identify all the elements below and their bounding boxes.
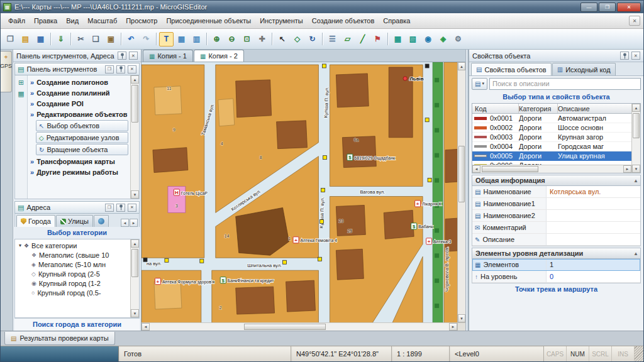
menu-item[interactable]: Просмотр	[121, 14, 162, 27]
address-panel-close-button[interactable]: ✕	[128, 204, 136, 212]
expander-icon[interactable]: ▾	[19, 243, 21, 248]
map-viewport[interactable]: Таманська вул.Котлярська вул.Куліша П. в…	[142, 62, 465, 331]
text-label-button[interactable]: T	[159, 32, 174, 47]
scroll-down-button[interactable]: ▼	[458, 314, 465, 322]
tab-streets[interactable]: Улицы	[56, 215, 93, 227]
world-map-button[interactable]: ◈	[436, 32, 450, 47]
section-general-info[interactable]: Общая информация ▴	[472, 175, 641, 186]
tools-panel-pin-button[interactable]	[116, 65, 125, 74]
field-value[interactable]: 1	[547, 261, 640, 268]
pan-button[interactable]: ✚	[255, 32, 269, 47]
tree-item[interactable]: ○Крупный город (0.5-	[15, 288, 130, 297]
column-header-2[interactable]: Описание	[558, 105, 631, 112]
scroll-thumb[interactable]	[131, 85, 138, 123]
properties-close-button[interactable]: ✕	[631, 52, 640, 60]
zoom-out-button[interactable]: ⊖	[225, 32, 239, 47]
map-check-results-tab[interactable]: ▤ Результаты проверки карты	[4, 332, 115, 345]
tab-source-code[interactable]: ▥Исходный код	[552, 63, 616, 75]
tree-item[interactable]: ❖Мегаполис (свыше 10	[15, 250, 130, 260]
field-row[interactable]: ↑На уровень0	[472, 271, 640, 283]
maximize-button[interactable]: ❐	[599, 3, 616, 12]
properties-pin-button[interactable]	[620, 52, 629, 60]
table-row[interactable]: 0x0002ДорогиШоссе основн	[472, 123, 631, 133]
minimize-button[interactable]: —	[580, 3, 597, 12]
object-type-link[interactable]: Выбор типа и свойств объекта	[469, 91, 643, 103]
tool-group[interactable]: »Создание полилиний	[28, 87, 130, 98]
menu-item[interactable]: Инструменты	[255, 14, 308, 27]
map-horizontal-scrollbar[interactable]: ◄►	[142, 322, 457, 331]
poi-tool-button[interactable]: ⚑	[370, 32, 385, 47]
vertex-handle[interactable]	[318, 257, 321, 261]
table-row[interactable]: 0x0004ДорогиГородская маг	[472, 142, 631, 151]
menu-item[interactable]: Вид	[62, 14, 83, 27]
vertex-handle[interactable]	[321, 189, 325, 192]
scroll-down-button[interactable]: ▼	[131, 190, 139, 199]
description-search-input[interactable]	[489, 78, 641, 90]
field-value[interactable]: 0	[547, 273, 640, 280]
column-header-0[interactable]: Код	[472, 104, 519, 113]
column-header-1[interactable]: Категория	[519, 104, 558, 113]
scroll-track[interactable]	[458, 70, 465, 314]
chart-button[interactable]: ▥	[189, 32, 204, 47]
menu-item[interactable]: Присоединенные объекты	[162, 14, 255, 27]
scroll-thumb[interactable]	[244, 324, 326, 330]
undo-button[interactable]: ↶	[124, 32, 138, 47]
poi-hotel[interactable]: НГотель ЦісаР	[174, 189, 208, 195]
scroll-up-button[interactable]: ▲	[131, 75, 139, 84]
cut-button[interactable]: ✂	[74, 32, 88, 47]
vertex-handle[interactable]	[425, 118, 429, 122]
paste-button[interactable]: ▣	[104, 32, 118, 47]
polyline-tool-button[interactable]: ╱	[355, 32, 370, 47]
select-objects-tool[interactable]: ↖Выбор объектов	[36, 120, 128, 131]
map-canvas-svg[interactable]: Таманська вул.Котлярська вул.Куліша П. в…	[142, 62, 465, 331]
scroll-up-button[interactable]: ▲	[632, 104, 640, 112]
vertex-handle[interactable]	[200, 259, 204, 263]
map-vertical-scrollbar[interactable]: ▲▼	[457, 62, 465, 322]
table-row[interactable]: 0x0001ДорогиАвтомагистрал	[472, 114, 631, 123]
tool-group[interactable]: »Создание полигонов	[28, 77, 130, 87]
open-folder-button[interactable]: ▤	[18, 32, 33, 47]
tab-object-properties[interactable]: ▤Свойства объектов	[471, 63, 552, 75]
poi-pharm[interactable]: +Аптека 3	[426, 238, 452, 244]
grid-button[interactable]: ▦	[174, 32, 189, 47]
edit-nodes-button[interactable]: ◇	[290, 32, 304, 47]
poi-pharm[interactable]: +Аптека Формула здоров'я	[155, 278, 214, 285]
scroll-thumb[interactable]	[482, 166, 538, 172]
import-button[interactable]: ⇓	[53, 32, 68, 47]
field-row[interactable]: ✎Описание	[472, 234, 640, 246]
vertex-handle[interactable]	[283, 260, 287, 264]
tab-globe[interactable]	[94, 215, 109, 227]
redo-button[interactable]: ↷	[139, 32, 153, 47]
vertex-handle[interactable]	[319, 219, 323, 223]
collapse-icon[interactable]: ▴	[635, 251, 637, 256]
zoom-window-button[interactable]: ⊡	[240, 32, 254, 47]
left-dock-close-button[interactable]: ✕	[129, 52, 138, 60]
settings-button[interactable]: ⚙	[451, 32, 465, 47]
rotate-button[interactable]: ↻	[305, 32, 319, 47]
new-file-button[interactable]: ❐	[3, 32, 18, 47]
tool-group[interactable]: »Редактирование объектов	[28, 109, 130, 119]
scroll-left-button[interactable]: ◄	[142, 323, 150, 331]
tabs-scroll-right-button[interactable]: ▸	[130, 219, 138, 227]
poi-pharm[interactable]: +Аптека Гемовіта 4	[293, 237, 337, 243]
scroll-track[interactable]	[131, 248, 139, 309]
globe-button[interactable]: ◉	[421, 32, 435, 47]
polygon-tool-button[interactable]: ▱	[340, 32, 355, 47]
menu-item[interactable]: Масштаб	[83, 14, 121, 27]
scroll-down-button[interactable]: ▼	[632, 165, 640, 173]
table-horizontal-scrollbar[interactable]: ◄►	[472, 165, 631, 173]
scroll-up-button[interactable]: ▲	[131, 239, 139, 248]
menu-item[interactable]: Файл	[4, 14, 30, 27]
scroll-up-button[interactable]: ▲	[458, 62, 465, 70]
save-button[interactable]: ▦	[33, 32, 48, 47]
collapse-icon[interactable]: ▴	[635, 178, 637, 184]
tools-panel-close-button[interactable]: ✕	[128, 65, 136, 74]
map-export-button[interactable]: ▧	[406, 32, 420, 47]
section-detail-levels[interactable]: Элементы уровня детализации ▴	[472, 248, 641, 259]
category-tree-scrollbar[interactable]: ▲▼	[130, 239, 139, 317]
gps-tab[interactable]: ⌖ GPS	[1, 51, 12, 92]
table-row[interactable]: 0x0003ДорогиКрупная загор	[472, 133, 631, 142]
poi-pharm[interactable]: +Лікарня К	[415, 200, 442, 207]
vertex-handle[interactable]	[428, 178, 431, 182]
copy-button[interactable]: ❑	[89, 32, 103, 47]
